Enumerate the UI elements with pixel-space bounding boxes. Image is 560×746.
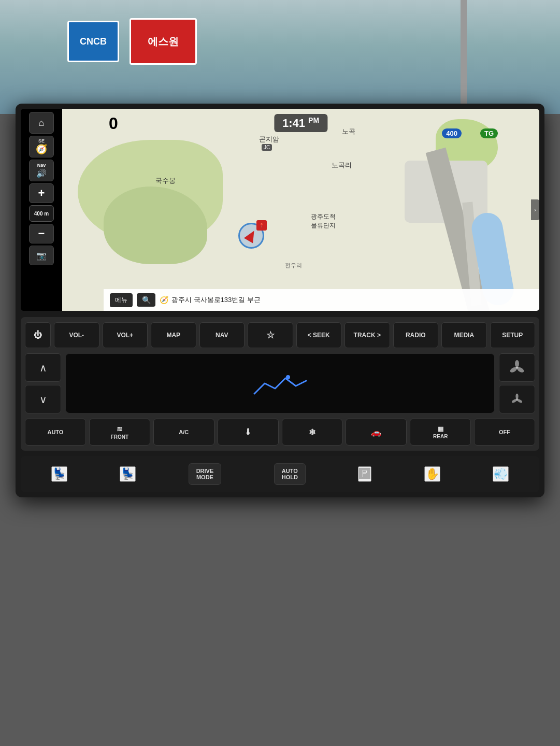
map-terrain [62, 109, 539, 311]
drive-mode-label: DRIVEMODE [196, 468, 214, 480]
zoom-in-button[interactable]: + [29, 183, 54, 203]
seat-heat-button[interactable]: 🌡 [218, 419, 279, 446]
location-marker: 📍 [238, 223, 264, 249]
bg-pole [461, 0, 467, 114]
temp-down-button[interactable]: ∨ [25, 385, 61, 413]
defrost-front-icon: ❄ [309, 427, 315, 437]
auto-hold-label: AUTOHOLD [282, 468, 298, 480]
control-panel: ⏻ VOL- VOL+ MAP NAV ☆ < SEEK TRACK > RAD… [21, 317, 539, 451]
route-badge-tg: TG [480, 128, 498, 138]
map-label-nogokri: 노곡리 [332, 161, 352, 170]
front-heat-button[interactable]: ≋ FRONT [89, 419, 150, 446]
fan-high-button[interactable] [499, 353, 535, 382]
bottom-panel: 💺 💺 DRIVEMODE AUTOHOLD 🅿 ✋ 💨 [21, 456, 539, 492]
marker-circle: 📍 [238, 223, 264, 249]
map-label-jeonuri: 전우리 [285, 262, 302, 269]
seat-heat-right-icon: 💺 [121, 467, 135, 481]
rear-button[interactable]: ▦ REAR [410, 419, 471, 446]
map-label-guksabong: 국수봉 [155, 176, 176, 185]
svg-point-0 [286, 375, 290, 379]
seat-heat-icon: 🌡 [244, 427, 252, 437]
address-text: 광주시 국사봉로133번길 부근 [171, 295, 261, 305]
nav-controls: ⌂ SE 🧭 Nav 🔊 + 400 m − 📷 [21, 109, 62, 311]
time-ampm: PM [308, 116, 319, 124]
vol-minus-button[interactable]: VOL- [54, 322, 99, 348]
se-label: SE [38, 138, 45, 144]
map-label-nogok: 노곡 [342, 127, 355, 136]
scale-indicator: 400 m [29, 205, 54, 222]
map-label-jc: JC [262, 144, 272, 151]
off-label: OFF [499, 429, 510, 435]
air-mode-button[interactable]: 🚗 [346, 419, 407, 446]
defrost-front-button[interactable]: ❄ [282, 419, 343, 446]
search-button[interactable]: 🔍 [137, 293, 155, 307]
fan-low-button[interactable] [499, 385, 535, 413]
zoom-out-button[interactable]: − [29, 224, 54, 243]
off-button[interactable]: OFF [474, 419, 535, 446]
camera-button[interactable]: 📷 [29, 246, 54, 265]
auto-button[interactable]: AUTO [25, 419, 86, 446]
ac-button[interactable]: A/C [153, 419, 214, 446]
home-button[interactable]: ⌂ [29, 112, 54, 134]
time-value: 1:41 [282, 117, 305, 130]
parking-icon: 🅿 [359, 467, 370, 481]
rear-label: REAR [433, 434, 448, 439]
fan-high-icon [509, 360, 525, 376]
track-button[interactable]: TRACK > [344, 322, 390, 348]
nav-expand-arrow[interactable]: › [531, 199, 539, 220]
svg-point-2 [515, 360, 519, 367]
vol-plus-button[interactable]: VOL+ [103, 322, 148, 348]
climate-section: ∧ ∨ [25, 353, 535, 413]
climate-bottom-buttons: AUTO ≋ FRONT A/C 🌡 ❄ 🚗 ▦ REAR [25, 419, 535, 446]
nav-screen: 국수봉 곤지암 JC 노곡 노곡리 광주도척물류단지 전우리 400 TG 📍 … [21, 109, 539, 311]
temp-up-button[interactable]: ∧ [25, 353, 61, 382]
car-unit: 국수봉 곤지암 JC 노곡 노곡리 광주도척물류단지 전우리 400 TG 📍 … [16, 104, 544, 497]
se-button[interactable]: SE 🧭 [29, 136, 54, 157]
front-heat-icon: ≋ [117, 425, 123, 433]
auto-label: AUTO [47, 429, 63, 435]
bg-sign-blue: CNCB [67, 21, 119, 62]
nav-button[interactable]: NAV [199, 322, 245, 348]
top-buttons-row: ⏻ VOL- VOL+ MAP NAV ☆ < SEEK TRACK > RAD… [25, 322, 535, 348]
climate-wave-graphic [249, 368, 311, 399]
seat-heat-right-button[interactable]: 💺 [120, 466, 136, 482]
map-label-logistics: 광주도척물류단지 [311, 212, 336, 230]
time-display: 1:41 PM [274, 114, 327, 132]
route-badge-400: 400 [442, 128, 462, 138]
setup-button[interactable]: SETUP [490, 322, 536, 348]
seat-heat-left-button[interactable]: 💺 [51, 466, 67, 482]
svg-point-6 [515, 393, 518, 398]
nav-address: 🧭 광주시 국사봉로133번길 부근 [160, 295, 261, 305]
fan-low-icon [510, 393, 524, 406]
bg-sign-red: 에스원 [130, 18, 197, 65]
ac-label: A/C [179, 429, 189, 435]
climate-display [65, 353, 495, 413]
drive-mode-button[interactable]: DRIVEMODE [189, 463, 222, 485]
radio-button[interactable]: RADIO [393, 322, 439, 348]
front-heat-label: FRONT [111, 434, 128, 440]
fan-icon: 💨 [494, 467, 508, 481]
marker-flag: 📍 [256, 220, 267, 231]
nav-sound-button[interactable]: Nav 🔊 [29, 160, 54, 181]
parking-button[interactable]: 🅿 [358, 466, 371, 482]
map-button[interactable]: MAP [151, 322, 196, 348]
hand-warn-button[interactable]: ✋ [424, 466, 440, 482]
menu-button[interactable]: 메뉴 [110, 293, 133, 307]
marker-arrow [244, 228, 259, 243]
fan-button[interactable]: 💨 [493, 466, 509, 482]
climate-left-controls: ∧ ∨ [25, 353, 61, 413]
media-button[interactable]: MEDIA [441, 322, 487, 348]
star-button[interactable]: ☆ [248, 322, 293, 348]
air-mode-icon: 🚗 [371, 427, 381, 437]
auto-hold-button[interactable]: AUTOHOLD [274, 463, 306, 485]
seek-button[interactable]: < SEEK [296, 322, 342, 348]
seat-heat-left-icon: 💺 [52, 467, 66, 481]
climate-right-controls [499, 353, 535, 413]
power-button[interactable]: ⏻ [25, 322, 51, 348]
rear-icon: ▦ [438, 425, 443, 433]
nav-label: Nav [37, 163, 46, 168]
hand-warn-icon: ✋ [425, 467, 439, 481]
speed-display: 0 [109, 114, 118, 133]
nav-bottom-bar: 메뉴 🔍 🧭 광주시 국사봉로133번길 부근 [104, 289, 539, 311]
map-area[interactable]: 국수봉 곤지암 JC 노곡 노곡리 광주도척물류단지 전우리 400 TG 📍 … [62, 109, 539, 311]
